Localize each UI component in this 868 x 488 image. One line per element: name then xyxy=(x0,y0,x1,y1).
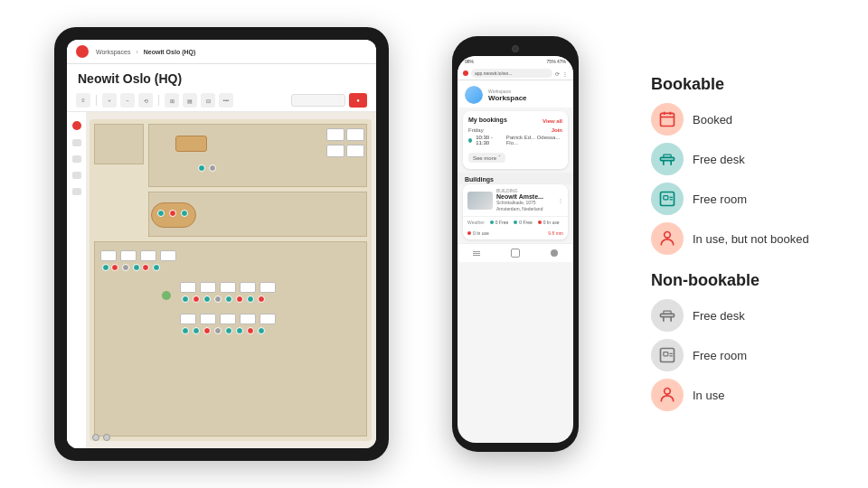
floorplan-background xyxy=(67,112,376,448)
nb-in-use-icon xyxy=(651,379,684,411)
toolbar-btn-layer[interactable]: ⊞ xyxy=(165,93,179,108)
fp-marker-d3 xyxy=(203,327,211,334)
fp-desk-c2 xyxy=(200,282,216,293)
bookings-title: My bookings xyxy=(468,117,507,123)
building-thumbnail xyxy=(467,192,493,210)
toolbar-btn-3[interactable]: ⟲ xyxy=(138,93,153,108)
toolbar-separator-2 xyxy=(158,95,159,106)
workspace-name: Workspace xyxy=(488,94,527,102)
view-all-link[interactable]: View all xyxy=(542,118,562,124)
free-room-label: Free room xyxy=(693,192,747,206)
see-more-button[interactable]: See more ˅ xyxy=(468,153,505,163)
sidebar-icon-4[interactable] xyxy=(72,172,81,179)
nb-free-desk-icon xyxy=(651,299,684,332)
tablet-sidebar xyxy=(67,112,87,448)
fp-marker-b1 xyxy=(102,264,109,271)
more-icon[interactable]: ⋮ xyxy=(562,70,568,77)
fp-desk-d5 xyxy=(259,314,276,324)
building-card[interactable]: Building Neowit Amste... Schinkalkade, 1… xyxy=(463,184,568,239)
sidebar-icon-5[interactable] xyxy=(72,188,81,195)
map-dot-2[interactable] xyxy=(103,434,110,441)
fp-marker-d2 xyxy=(193,327,200,334)
tablet-device: Workspaces › Neowit Oslo (HQ) Neowit Osl… xyxy=(54,27,389,461)
weather-value: 9.8 mm xyxy=(548,230,563,236)
sidebar-icon-2[interactable] xyxy=(72,139,81,146)
free-room-icon xyxy=(651,183,684,215)
non-bookable-section-title: Non-bookable xyxy=(651,271,814,290)
map-controls xyxy=(92,434,110,441)
phone-nav-icons: ⟳ ⋮ xyxy=(555,70,568,77)
building-stats-row: Weather 0 Free 0 Free 0 In use xyxy=(463,216,568,239)
fp-marker-d1 xyxy=(182,327,189,334)
nav-home-bar-2 xyxy=(473,253,480,254)
nav-bookings[interactable] xyxy=(510,248,521,258)
booking-time-row: 10:30 - 11:30 Patrick Ed... Odessa... Fl… xyxy=(468,135,562,145)
fp-marker-3 xyxy=(157,210,165,217)
svg-rect-16 xyxy=(664,311,671,314)
toolbar-btn-zoom-in[interactable]: + xyxy=(102,93,117,108)
fp-marker-d4 xyxy=(214,327,222,334)
fp-marker-c4 xyxy=(214,296,222,303)
workspace-title: Workspace Workspace xyxy=(488,89,527,102)
tablet-toolbar: ≡ + − ⟲ ⊞ ▤ ⊟ ••• ● xyxy=(67,89,376,112)
svg-rect-9 xyxy=(664,196,668,200)
fp-desk-c5 xyxy=(259,282,276,293)
map-dot-1[interactable] xyxy=(92,434,99,441)
phone-urlbar: app.neowit.io/wo... ⟳ ⋮ xyxy=(458,67,573,80)
building-more-icon[interactable]: ⋮ xyxy=(558,197,563,203)
sidebar-icon-3[interactable] xyxy=(72,155,81,163)
toolbar-btn-action[interactable]: ● xyxy=(349,93,367,108)
legend-item-booked: Booked xyxy=(651,101,814,137)
nav-home[interactable] xyxy=(471,248,482,258)
toolbar-btn-more[interactable]: ••• xyxy=(219,93,233,108)
toolbar-search[interactable] xyxy=(291,94,345,107)
stat-dot-free-2 xyxy=(514,221,517,224)
in-use-2: 0 In use xyxy=(473,230,489,236)
booking-day: Friday xyxy=(468,127,484,133)
nb-free-desk-label: Free desk xyxy=(693,309,745,323)
booking-status-dot xyxy=(468,138,472,143)
nav-arrow: › xyxy=(136,49,137,55)
in-use-1: 0 In use xyxy=(543,220,560,225)
booking-location: Patrick Ed... Odessa... Flo... xyxy=(506,135,562,145)
nav-profile[interactable] xyxy=(549,248,560,258)
toolbar-btn-filter[interactable]: ▤ xyxy=(183,93,197,108)
fp-marker-c3 xyxy=(203,296,211,303)
buildings-section-title: Buildings xyxy=(458,173,573,184)
legend-item-nb-in-use: In use xyxy=(651,377,814,413)
fp-marker-5 xyxy=(181,210,188,217)
booking-time: 10:30 - 11:30 xyxy=(476,135,503,145)
building-header: Building Neowit Amste... Schinkalkade, 1… xyxy=(463,184,568,216)
in-use-not-booked-label: In use, but not booked xyxy=(693,232,809,246)
legend-panel: Bookable Booked xyxy=(633,75,814,413)
svg-rect-17 xyxy=(661,349,675,362)
stat-in-use-1: 0 In use xyxy=(538,220,560,225)
stat-free-2: 0 Free xyxy=(514,220,532,225)
free-desk-icon xyxy=(651,143,684,175)
fp-desk-d2 xyxy=(200,314,216,324)
tablet-topbar: Workspaces › Neowit Oslo (HQ) xyxy=(67,40,376,64)
sidebar-icon-home[interactable] xyxy=(72,121,81,130)
bookable-section-title: Bookable xyxy=(651,75,814,94)
join-button[interactable]: Join xyxy=(552,127,562,133)
booking-day-row: Friday Join xyxy=(468,127,562,133)
toolbar-btn-grid[interactable]: ⊟ xyxy=(201,93,215,108)
my-bookings-card: My bookings View all Friday Join 10:30 -… xyxy=(463,111,568,169)
nav-workspaces[interactable]: Workspaces xyxy=(96,49,130,55)
fp-plant xyxy=(162,291,171,300)
stat-dot-free-1 xyxy=(490,221,494,224)
url-bar[interactable]: app.neowit.io/wo... xyxy=(471,69,552,78)
nav-home-bar-3 xyxy=(473,255,480,256)
floor-plan-area[interactable] xyxy=(67,112,376,448)
legend-item-free-desk: Free desk xyxy=(651,141,814,177)
page-title: Neowit Oslo (HQ) xyxy=(67,64,376,89)
fp-desk-b2 xyxy=(120,250,137,261)
nav-bookings-icon xyxy=(511,249,520,258)
building-name: Neowit Amste... xyxy=(496,193,554,200)
nb-in-use-label: In use xyxy=(693,389,724,402)
toolbar-btn-1[interactable]: ≡ xyxy=(76,93,90,108)
toolbar-btn-zoom-out[interactable]: − xyxy=(120,93,135,108)
refresh-icon[interactable]: ⟳ xyxy=(555,70,560,77)
fp-marker-b6 xyxy=(153,264,160,271)
stat-in-use-2: 0 In use xyxy=(467,230,489,236)
